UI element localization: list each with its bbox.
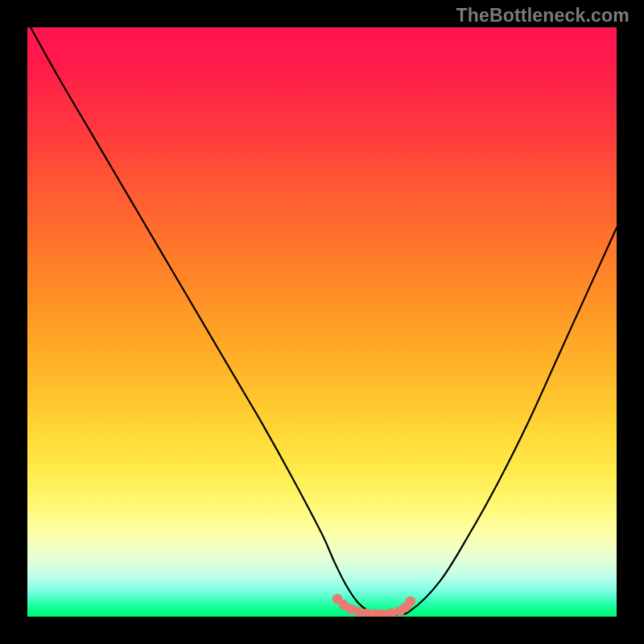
watermark-text: TheBottleneck.com xyxy=(456,5,630,27)
chart-svg xyxy=(27,27,617,617)
valley-dot xyxy=(406,597,416,607)
bottleneck-curve xyxy=(27,27,617,615)
valley-dots-group xyxy=(332,594,415,617)
plot-area xyxy=(27,27,617,617)
chart-frame: { "watermark": "TheBottleneck.com", "col… xyxy=(0,0,644,644)
